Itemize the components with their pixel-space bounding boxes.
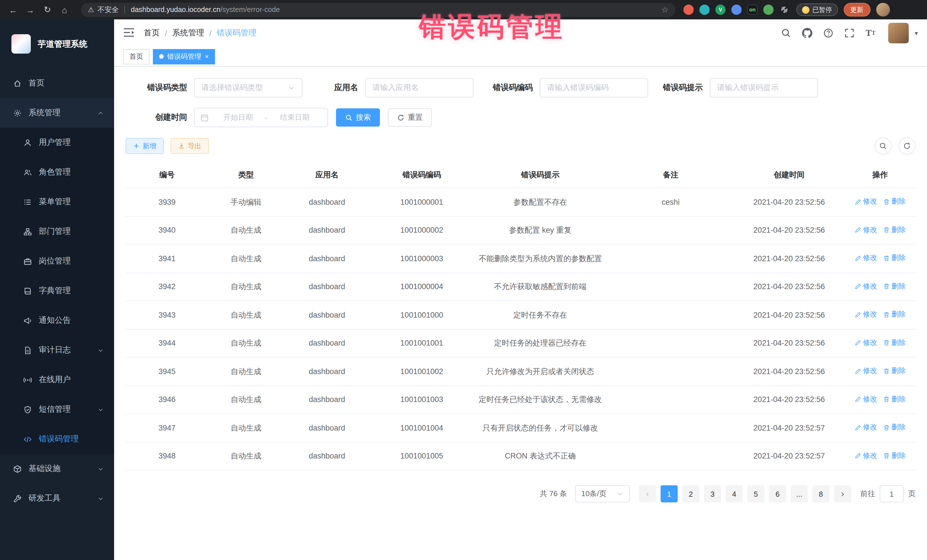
sidebar-item-notice[interactable]: 通知公告 <box>0 306 114 335</box>
sidebar-item-home[interactable]: 首页 <box>0 68 114 98</box>
sidebar-item-dict[interactable]: 字典管理 <box>0 276 114 306</box>
edit-link[interactable]: 修改 <box>854 281 877 292</box>
reload-icon[interactable]: ↻ <box>40 2 55 17</box>
badge-icon <box>23 256 32 266</box>
github-icon[interactable] <box>802 28 813 38</box>
pager-page-6[interactable]: 6 <box>769 485 786 502</box>
sidebar-item-system[interactable]: 系统管理 <box>0 98 114 128</box>
people-icon[interactable] <box>731 5 742 15</box>
paused-badge[interactable]: 已暂停 <box>796 3 838 16</box>
sidebar-item-dev-tools[interactable]: 研发工具 <box>0 484 114 513</box>
cell-app: dashboard <box>284 216 371 244</box>
browser-profile-avatar[interactable] <box>876 3 890 17</box>
cell-actions: 修改删除 <box>845 357 916 385</box>
pager-page-3[interactable]: 3 <box>704 485 721 502</box>
sidebar-item-infra[interactable]: 基础设施 <box>0 454 114 484</box>
sidebar-item-online-user[interactable]: 在线用户 <box>0 365 114 395</box>
sidebar-item-error-code[interactable]: 错误码管理 <box>0 424 114 454</box>
error-code-input[interactable]: 请输入错误码编码 <box>539 78 648 97</box>
security-label: 不安全 <box>97 5 119 15</box>
forward-icon[interactable]: → <box>23 2 38 17</box>
cell-id: 3948 <box>126 442 208 470</box>
pager-page-1[interactable]: 1 <box>661 485 678 502</box>
cell-actions: 修改删除 <box>845 301 916 329</box>
delete-link[interactable]: 删除 <box>883 196 906 207</box>
bookmark-star-icon[interactable]: ☆ <box>661 5 669 14</box>
delete-link[interactable]: 删除 <box>883 394 906 405</box>
chevron-down-icon <box>97 495 104 502</box>
app-name-input[interactable]: 请输入应用名 <box>365 78 474 97</box>
help-icon[interactable] <box>823 28 834 38</box>
puzzle-icon[interactable] <box>779 5 790 15</box>
delete-link[interactable]: 删除 <box>883 422 906 433</box>
edit-link[interactable]: 修改 <box>854 366 877 376</box>
create-time-range-input[interactable]: 开始日期 - 结束日期 <box>194 108 328 127</box>
font-size-icon[interactable]: TT <box>865 28 876 38</box>
add-button[interactable]: 新增 <box>126 138 164 154</box>
v-icon[interactable]: V <box>715 5 726 15</box>
hamburger-icon[interactable] <box>123 27 135 39</box>
vpn-on-icon[interactable]: on <box>747 5 758 15</box>
error-hint-input[interactable]: 请输入错误码提示 <box>710 78 818 97</box>
tab-home[interactable]: 首页 <box>123 49 149 64</box>
prev-page-button[interactable]: ‹ <box>639 485 656 502</box>
sidebar-item-role[interactable]: 角色管理 <box>0 157 114 187</box>
pager-page-2[interactable]: 2 <box>682 485 699 502</box>
edit-link[interactable]: 修改 <box>854 309 877 320</box>
goto-page-input[interactable]: 1 <box>880 485 904 502</box>
pager-page-5[interactable]: 5 <box>747 485 764 502</box>
breadcrumb-item[interactable]: 系统管理 <box>172 28 204 38</box>
edit-link[interactable]: 修改 <box>854 196 877 207</box>
cell-remark <box>608 244 734 273</box>
sidebar-item-menu[interactable]: 菜单管理 <box>0 187 114 217</box>
delete-link[interactable]: 删除 <box>883 337 906 348</box>
sidebar-item-audit-log[interactable]: 审计日志 <box>0 335 114 365</box>
edit-link[interactable]: 修改 <box>854 450 877 461</box>
back-icon[interactable]: ← <box>6 2 21 17</box>
home-icon[interactable]: ⌂ <box>57 2 72 17</box>
delete-link[interactable]: 删除 <box>883 450 906 461</box>
breadcrumb-item: 错误码管理 <box>217 28 257 38</box>
edit-link[interactable]: 修改 <box>854 422 877 433</box>
update-button[interactable]: 更新 <box>843 3 870 17</box>
edit-link[interactable]: 修改 <box>854 225 877 235</box>
user-avatar[interactable] <box>889 23 909 43</box>
adblock-icon[interactable] <box>684 5 694 15</box>
drop-icon[interactable] <box>699 5 710 15</box>
edit-link[interactable]: 修改 <box>854 253 877 264</box>
search-button[interactable]: 搜索 <box>336 108 380 127</box>
edit-link[interactable]: 修改 <box>854 337 877 348</box>
edit-link[interactable]: 修改 <box>854 394 877 405</box>
next-page-button[interactable]: › <box>834 485 851 502</box>
cell-hint: 只允许修改为开启或者关闭状态 <box>473 357 608 385</box>
sidebar-item-post[interactable]: 岗位管理 <box>0 246 114 276</box>
cell-remark <box>608 385 734 414</box>
tab-error-code[interactable]: 错误码管理× <box>153 49 215 64</box>
reset-button[interactable]: 重置 <box>388 108 432 127</box>
delete-link[interactable]: 删除 <box>883 281 906 292</box>
leaf-icon[interactable] <box>763 5 774 15</box>
fullscreen-icon[interactable] <box>844 28 855 38</box>
page-size-select[interactable]: 10条/页 <box>575 485 630 502</box>
pager-page-4[interactable]: 4 <box>726 485 743 502</box>
sidebar-item-dept[interactable]: 部门管理 <box>0 217 114 246</box>
cell-time: 2021-04-20 23:52:56 <box>734 216 845 244</box>
export-button[interactable]: 导出 <box>170 138 209 154</box>
show-search-toggle-button[interactable] <box>874 137 892 155</box>
address-bar[interactable]: ⚠ 不安全 dashboard.yudao.iocoder.cn /system… <box>81 3 675 17</box>
delete-link[interactable]: 删除 <box>883 309 906 320</box>
sidebar-item-sms[interactable]: 短信管理 <box>0 395 114 424</box>
delete-link[interactable]: 删除 <box>883 366 906 376</box>
search-icon[interactable] <box>781 28 792 38</box>
pager-more[interactable]: ... <box>791 485 808 502</box>
logo[interactable]: 芋道管理系统 <box>0 20 114 68</box>
delete-link[interactable]: 删除 <box>883 225 906 235</box>
filter-row-1: 错误码类型 请选择错误码类型 应用名 请输入应用名 <box>126 78 916 97</box>
close-icon[interactable]: × <box>205 53 209 60</box>
sidebar-item-user[interactable]: 用户管理 <box>0 128 114 157</box>
delete-link[interactable]: 删除 <box>883 253 906 264</box>
breadcrumb-item[interactable]: 首页 <box>144 28 160 38</box>
pager-page-8[interactable]: 8 <box>812 485 830 502</box>
refresh-button[interactable] <box>898 137 916 155</box>
error-type-select[interactable]: 请选择错误码类型 <box>194 78 302 97</box>
